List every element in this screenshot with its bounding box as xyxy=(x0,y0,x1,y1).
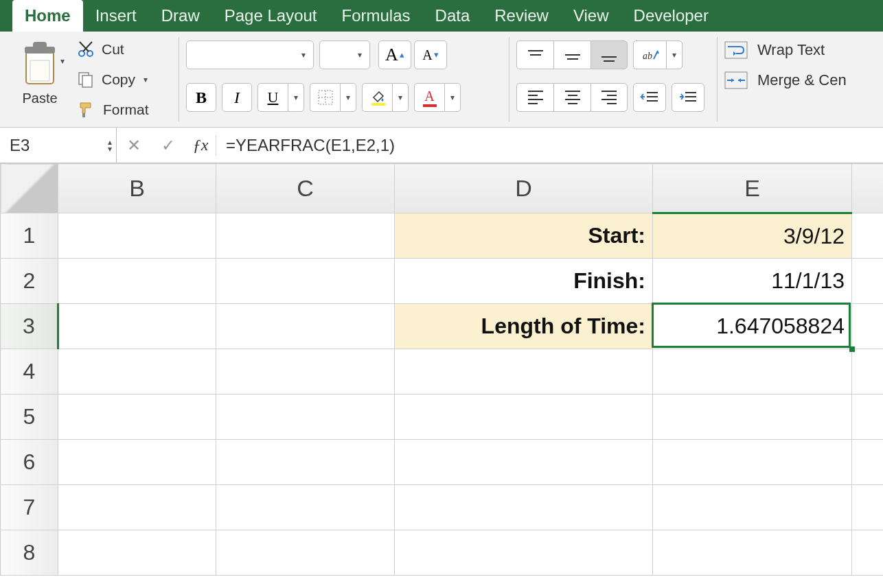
align-left-button[interactable] xyxy=(516,83,553,112)
cell-f1[interactable] xyxy=(852,213,884,259)
cell-e1[interactable]: 3/9/12 xyxy=(653,213,852,259)
cell-d6[interactable] xyxy=(395,440,653,485)
underline-button[interactable]: U xyxy=(257,83,304,112)
cell-c4[interactable] xyxy=(216,349,395,395)
cell-c1[interactable] xyxy=(216,213,395,259)
tab-data[interactable]: Data xyxy=(423,0,483,32)
paste-button[interactable]: Paste xyxy=(7,37,73,106)
cell-d8[interactable] xyxy=(395,530,653,576)
cell-c2[interactable] xyxy=(216,259,395,304)
tab-page-layout[interactable]: Page Layout xyxy=(212,0,330,32)
cell-c7[interactable] xyxy=(216,485,395,530)
formula-input[interactable]: =YEARFRAC(E1,E2,1) xyxy=(216,136,883,155)
tab-draw[interactable]: Draw xyxy=(149,0,212,32)
row-header-1[interactable]: 1 xyxy=(1,213,58,259)
cell-f5[interactable] xyxy=(852,395,884,440)
decrease-font-button[interactable]: A▾ xyxy=(414,40,447,69)
increase-font-button[interactable]: A▴ xyxy=(378,40,411,69)
copy-dropdown[interactable] xyxy=(144,75,148,84)
cell-e2[interactable]: 11/1/13 xyxy=(653,259,852,304)
bold-button[interactable]: B xyxy=(186,83,216,112)
cell-f4[interactable] xyxy=(852,349,884,395)
row-header-7[interactable]: 7 xyxy=(1,485,58,530)
cell-b8[interactable] xyxy=(58,530,216,576)
cell-e4[interactable] xyxy=(653,349,852,395)
orientation-dropdown[interactable] xyxy=(666,40,683,69)
cell-d2[interactable]: Finish: xyxy=(395,259,653,304)
cell-e3[interactable]: 1.647058824 xyxy=(653,304,852,349)
paste-dropdown[interactable] xyxy=(60,56,65,66)
cell-f2[interactable] xyxy=(852,259,884,304)
cell-c6[interactable] xyxy=(216,440,395,485)
row-header-2[interactable]: 2 xyxy=(1,259,58,304)
cell-d5[interactable] xyxy=(395,395,653,440)
align-top-button[interactable] xyxy=(516,40,553,69)
cell-f6[interactable] xyxy=(852,440,884,485)
cell-b5[interactable] xyxy=(58,395,216,440)
format-painter-button[interactable]: Format xyxy=(77,97,149,122)
tab-insert[interactable]: Insert xyxy=(83,0,149,32)
cell-f8[interactable] xyxy=(852,530,884,576)
row-header-4[interactable]: 4 xyxy=(1,349,58,395)
wrap-text-button[interactable]: Wrap Text xyxy=(724,41,848,59)
italic-button[interactable]: I xyxy=(222,83,252,112)
cell-c8[interactable] xyxy=(216,530,395,576)
font-size-combo[interactable] xyxy=(319,40,370,69)
cell-b3[interactable] xyxy=(58,304,216,349)
cancel-formula-button[interactable]: ✕ xyxy=(117,136,151,155)
tab-review[interactable]: Review xyxy=(482,0,561,32)
row-header-5[interactable]: 5 xyxy=(1,395,58,440)
row-header-3[interactable]: 3 xyxy=(1,304,58,349)
cell-b1[interactable] xyxy=(58,213,216,259)
cell-e6[interactable] xyxy=(653,440,852,485)
borders-dropdown[interactable] xyxy=(340,83,356,112)
cell-c3[interactable] xyxy=(216,304,395,349)
row-header-8[interactable]: 8 xyxy=(1,530,58,576)
cell-c5[interactable] xyxy=(216,395,395,440)
align-middle-button[interactable] xyxy=(553,40,590,69)
decrease-indent-button[interactable] xyxy=(633,83,666,112)
fill-handle[interactable] xyxy=(849,346,855,352)
font-color-dropdown[interactable] xyxy=(444,83,461,112)
orientation-button[interactable]: ab xyxy=(633,40,683,69)
cell-e7[interactable] xyxy=(653,485,852,530)
tab-home[interactable]: Home xyxy=(12,0,83,32)
cell-d7[interactable] xyxy=(395,485,653,530)
increase-indent-button[interactable] xyxy=(672,83,704,112)
cut-button[interactable]: Cut xyxy=(77,37,149,62)
fill-color-button[interactable] xyxy=(362,83,409,112)
align-right-button[interactable] xyxy=(590,83,628,112)
copy-button[interactable]: Copy xyxy=(77,67,149,92)
tab-developer[interactable]: Developer xyxy=(621,0,721,32)
cell-f3[interactable] xyxy=(852,304,884,349)
cell-b2[interactable] xyxy=(58,259,216,304)
font-name-combo[interactable] xyxy=(186,40,314,69)
font-color-button[interactable]: A xyxy=(414,83,461,112)
col-header-c[interactable]: C xyxy=(216,164,395,213)
col-header-d[interactable]: D xyxy=(395,164,653,213)
cell-d4[interactable] xyxy=(395,349,653,395)
name-box[interactable]: E3 ▴▾ xyxy=(0,128,117,163)
row-header-6[interactable]: 6 xyxy=(1,440,58,485)
borders-button[interactable] xyxy=(310,83,356,112)
cell-b7[interactable] xyxy=(58,485,216,530)
col-header-f[interactable] xyxy=(852,164,884,213)
cell-d1[interactable]: Start: xyxy=(395,213,653,259)
fill-color-dropdown[interactable] xyxy=(392,83,409,112)
col-header-e[interactable]: E xyxy=(653,164,852,213)
cell-e8[interactable] xyxy=(653,530,852,576)
cell-e5[interactable] xyxy=(653,395,852,440)
cell-b6[interactable] xyxy=(58,440,216,485)
accept-formula-button[interactable]: ✓ xyxy=(151,136,185,155)
tab-view[interactable]: View xyxy=(561,0,621,32)
merge-center-button[interactable]: Merge & Cen xyxy=(724,71,848,89)
cell-f7[interactable] xyxy=(852,485,884,530)
align-center-button[interactable] xyxy=(553,83,590,112)
underline-dropdown[interactable] xyxy=(288,83,304,112)
cell-b4[interactable] xyxy=(58,349,216,395)
align-bottom-button[interactable] xyxy=(590,40,628,69)
cell-d3[interactable]: Length of Time: xyxy=(395,304,653,349)
fx-button[interactable]: ƒx xyxy=(185,136,216,154)
tab-formulas[interactable]: Formulas xyxy=(330,0,423,32)
select-all-corner[interactable] xyxy=(1,164,58,213)
